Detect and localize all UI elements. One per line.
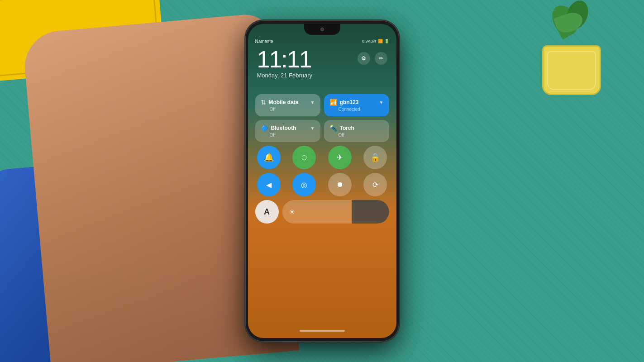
torch-label: Torch [340,125,354,131]
auto-rotate-button[interactable]: ⟳ [363,173,387,196]
home-indicator[interactable] [300,330,345,332]
time-actions: ⚙ ✏ [358,52,387,65]
keyboard-label: A [264,207,270,217]
torch-tile[interactable]: 🔦 Torch Off [324,120,389,142]
wifi-status-icon: 📶 [378,39,383,43]
cast-button[interactable]: ⬡ [292,146,316,169]
torch-status: Off [339,133,384,138]
plant-decoration [526,0,617,95]
keyboard-button[interactable]: A [255,200,279,224]
status-icons: 0.9KB/s 📶 🔋 [362,39,389,43]
wifi-tile[interactable]: 📶 gbn123 ▼ Connected [324,94,389,116]
brightness-slider[interactable]: ☀ [282,200,389,224]
location-button[interactable]: ◀ [257,173,281,196]
battery-icon: 🔋 [384,39,389,43]
time-section: 11:11 Monday, 21 February ⚙ ✏ [257,48,387,79]
tiles-row-1: ⇅ Mobile data ▼ Off 📶 gbn123 ▼ Connected [255,94,389,116]
screen-recorder-button[interactable]: ⏺ [328,173,352,196]
mobile-data-label: Mobile data [269,99,299,105]
status-greeting: Namaste [255,39,273,44]
wifi-icon: 📶 [329,99,337,106]
plant-pot [542,45,601,95]
brightness-fill [352,200,389,224]
notification-button[interactable]: 🔔 [257,146,281,169]
quick-controls-grid: ⇅ Mobile data ▼ Off 📶 gbn123 ▼ Connected [255,94,389,224]
mobile-data-icon: ⇅ [261,99,266,106]
bluetooth-label: Bluetooth [271,125,296,131]
mobile-data-tile[interactable]: ⇅ Mobile data ▼ Off [255,94,320,116]
wifi-status: Connected [339,107,384,112]
bottom-controls-row: A ☀ [255,200,389,224]
settings-shortcut-button[interactable]: ⚙ [358,52,370,65]
tiles-row-2: 🔷 Bluetooth ▼ Off 🔦 Torch Off [255,120,389,142]
circle-buttons-row-1: 🔔 ⬡ ✈ 🔒 [255,146,389,169]
bluetooth-expand-icon: ▼ [310,126,315,131]
mobile-data-expand-icon: ▼ [310,100,315,105]
phone-screen: Namaste 0.9KB/s 📶 🔋 11:11 Monday, 21 Feb… [248,24,396,338]
brightness-icon: ☀ [289,208,295,216]
speed-indicator: 0.9KB/s [362,39,377,43]
date-display: Monday, 21 February [257,72,313,79]
torch-icon: 🔦 [329,124,337,132]
bluetooth-header: 🔷 Bluetooth ▼ [261,124,315,132]
airplane-mode-button[interactable]: ✈ [328,146,352,169]
focus-mode-button[interactable]: ◎ [292,173,316,196]
time-display: 11:11 [257,48,313,71]
notch [304,24,340,35]
front-camera [320,28,324,31]
bluetooth-tile[interactable]: 🔷 Bluetooth ▼ Off [255,120,320,142]
edit-button[interactable]: ✏ [375,52,387,65]
screen-lock-button[interactable]: 🔒 [363,146,387,169]
bluetooth-icon: 🔷 [261,124,268,132]
bluetooth-status: Off [270,133,315,138]
circle-buttons-row-2: ◀ ◎ ⏺ ⟳ [255,173,389,196]
wifi-expand-icon: ▼ [379,100,384,105]
wifi-network-name: gbn123 [340,99,359,105]
torch-header: 🔦 Torch [329,124,384,132]
phone-device: Namaste 0.9KB/s 📶 🔋 11:11 Monday, 21 Feb… [245,20,399,342]
mobile-data-header: ⇅ Mobile data ▼ [261,99,315,106]
mobile-data-status: Off [270,107,315,112]
wifi-header: 📶 gbn123 ▼ [329,99,384,106]
status-bar: Namaste 0.9KB/s 📶 🔋 [255,37,389,46]
